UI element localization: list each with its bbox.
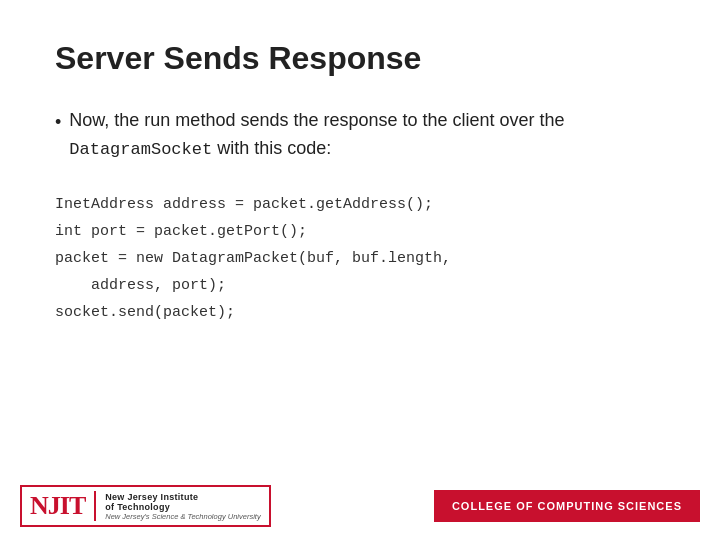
bullet-dot: • xyxy=(55,109,61,136)
bullet-text-after: with this code: xyxy=(212,138,331,158)
logo-box: NJIT New Jersey Institute of Technology … xyxy=(20,485,271,527)
inline-code: DatagramSocket xyxy=(69,140,212,159)
code-line-3: packet = new DatagramPacket(buf, buf.len… xyxy=(55,245,665,272)
logo-tagline: New Jersey's Science & Technology Univer… xyxy=(105,512,260,521)
code-line-1: InetAddress address = packet.getAddress(… xyxy=(55,191,665,218)
code-line-2: int port = packet.getPort(); xyxy=(55,218,665,245)
logo-text-block: New Jersey Institute of Technology New J… xyxy=(105,492,260,521)
slide: Server Sends Response • Now, the run met… xyxy=(0,0,720,540)
njit-logo: NJIT New Jersey Institute of Technology … xyxy=(20,485,271,527)
university-name-2: of Technology xyxy=(105,502,260,512)
bullet-item: • Now, the run method sends the response… xyxy=(55,107,665,163)
code-line-5: socket.send(packet); xyxy=(55,299,665,326)
footer: NJIT New Jersey Institute of Technology … xyxy=(0,472,720,540)
footer-right-label: COLLEGE OF COMPUTING SCIENCES xyxy=(434,490,700,522)
logo-divider xyxy=(94,491,96,521)
logo-letters-text: NJIT xyxy=(30,491,85,521)
code-block: InetAddress address = packet.getAddress(… xyxy=(55,191,665,326)
bullet-section: • Now, the run method sends the response… xyxy=(55,107,665,163)
content-area: Server Sends Response • Now, the run met… xyxy=(0,0,720,472)
university-name: New Jersey Institute xyxy=(105,492,260,502)
bullet-text: Now, the run method sends the response t… xyxy=(69,107,665,163)
footer-left: NJIT New Jersey Institute of Technology … xyxy=(20,485,271,527)
bullet-text-before: Now, the run method sends the response t… xyxy=(69,110,564,130)
code-line-4: address, port); xyxy=(55,272,665,299)
slide-title: Server Sends Response xyxy=(55,40,665,77)
